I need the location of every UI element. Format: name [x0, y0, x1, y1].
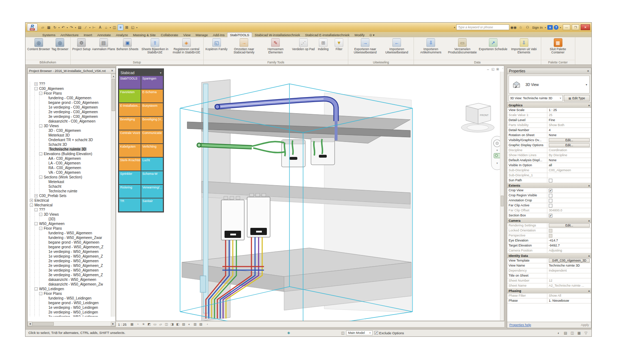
- visual-style-icon[interactable]: ◔: [135, 322, 140, 327]
- type-selector[interactable]: 3D View ▾: [509, 76, 590, 94]
- property-value[interactable]: None: [547, 133, 591, 138]
- tool-verzamelen-productdocumentatie[interactable]: ▭Verzamelen Productdocumentatie: [447, 38, 478, 55]
- property-value[interactable]: 12: [547, 278, 591, 283]
- property-value[interactable]: A2_Technische ruimte ...: [547, 283, 591, 288]
- exchange-apps-icon[interactable]: X: [547, 25, 553, 30]
- select-pinned-icon[interactable]: ◫: [570, 330, 575, 335]
- view-vscrollbar[interactable]: [500, 72, 504, 321]
- tree-item[interactable]: 3e verdieping - C00_Algemeen: [28, 114, 111, 119]
- palette-tile-kabelgoten[interactable]: Kabelgoten: [119, 144, 141, 157]
- collapse-icon[interactable]: -: [34, 208, 38, 211]
- tree-item[interactable]: begane grond - C00_Algemeen: [28, 100, 111, 105]
- property-value[interactable]: [547, 228, 591, 233]
- tree-item[interactable]: 2e verdieping - W50_Algemeen_Z: [28, 263, 111, 268]
- tree-item[interactable]: LA - C00_Algemeen: [28, 161, 111, 166]
- property-value[interactable]: Technische ruimte 3D: [547, 263, 591, 268]
- redo-icon[interactable]: ↷: [69, 24, 74, 30]
- tree-item[interactable]: 2e verdieping - W50_Algemeen: [28, 259, 111, 263]
- property-value[interactable]: Adjusting: [547, 248, 591, 253]
- show-constraints-icon[interactable]: ▥: [193, 322, 198, 327]
- palette-tile-lucht[interactable]: Lucht: [141, 158, 163, 171]
- property-value[interactable]: [547, 193, 591, 198]
- palette-tile-beveiliging[interactable]: Beveiliging: [119, 117, 141, 130]
- property-value[interactable]: 4: [547, 128, 591, 133]
- property-value[interactable]: 1 : 25: [547, 108, 591, 112]
- view-restore-icon[interactable]: ◱: [491, 67, 495, 71]
- tree-item[interactable]: 2e verdieping - W50_Leidingen: [28, 310, 111, 315]
- tree-item[interactable]: dakaanzicht - W50_Algemeen_Zw: [28, 282, 111, 287]
- navbar-more-icon[interactable]: ▾: [496, 162, 498, 165]
- tab-add-ins[interactable]: Add-Ins: [210, 33, 227, 37]
- palette-tile-verwarming[interactable]: Verwarming/...: [141, 185, 163, 198]
- collapse-icon[interactable]: -: [39, 292, 42, 295]
- palette-tile-favorieten[interactable]: Favorieten: [119, 90, 141, 102]
- design-options-icon[interactable]: ◫: [341, 331, 344, 335]
- tool-aanmaken-plans[interactable]: ▤Aanmaken Plans: [91, 38, 116, 51]
- property-value[interactable]: C00_Algemeen: [547, 168, 591, 173]
- checkbox-checked[interactable]: ✔: [549, 214, 552, 217]
- tool-verdelen-op-pad[interactable]: ⋰Verdelen op Pad: [291, 38, 315, 51]
- edit-type-button[interactable]: ▦ Edit Type: [564, 95, 590, 101]
- checkbox-unchecked[interactable]: [549, 199, 552, 202]
- tree-item[interactable]: 3e verdieping - W50_Algemeen: [28, 268, 111, 273]
- user-icon[interactable]: ⚇: [524, 24, 530, 30]
- checkbox-checked[interactable]: ✔: [374, 331, 378, 335]
- print-icon[interactable]: ▤: [77, 24, 82, 30]
- section-collapse-icon[interactable]: ▴: [588, 254, 590, 257]
- navbar-dropdown-icon[interactable]: ▾: [496, 149, 498, 152]
- property-value[interactable]: Show Both: [547, 123, 591, 128]
- exclude-options-checkbox[interactable]: ✔ Exclude Options: [374, 331, 404, 335]
- select-links-icon[interactable]: ◐: [556, 330, 561, 335]
- property-value[interactable]: all: [547, 163, 591, 168]
- scrollbar-thumb[interactable]: [32, 322, 54, 326]
- tab-modify[interactable]: Modify: [352, 33, 367, 37]
- collapse-icon[interactable]: -: [34, 287, 38, 291]
- restore-button[interactable]: ❒: [572, 24, 579, 30]
- property-value[interactable]: [547, 233, 591, 238]
- select-underlay-icon[interactable]: ▤: [563, 330, 568, 335]
- property-value[interactable]: -9492.7: [547, 243, 591, 248]
- scrollbar-thumb[interactable]: [501, 196, 504, 206]
- tree-item[interactable]: +???: [28, 82, 111, 86]
- section-collapse-icon[interactable]: ▴: [588, 104, 590, 107]
- measure-dropdown-icon[interactable]: ▾: [89, 26, 90, 29]
- tree-item[interactable]: -W50_Leidingen: [28, 287, 111, 291]
- tree-item[interactable]: -Floor Plans: [28, 291, 111, 296]
- view-restore-down-icon[interactable]: ↔: [486, 67, 490, 71]
- worksharing-display-icon[interactable]: ◐: [187, 322, 192, 327]
- save-icon[interactable]: ▦: [46, 24, 52, 30]
- property-value[interactable]: [547, 273, 591, 278]
- temporary-hide-isolate-icon[interactable]: ◨: [170, 322, 175, 327]
- palette-tile-beveiliging-v[interactable]: Beveiliging (V...: [141, 117, 163, 130]
- palette-tile-schema-w[interactable]: Schema-W: [141, 171, 163, 184]
- thin-lines-icon[interactable]: ≡: [118, 24, 123, 30]
- property-value[interactable]: Edit...: [547, 143, 591, 148]
- expand-icon[interactable]: +: [34, 194, 38, 197]
- undo-icon[interactable]: ↶: [60, 24, 66, 30]
- tree-item[interactable]: Schacht 3D: [28, 142, 111, 147]
- view-scroll-up-icon[interactable]: ˆ: [502, 67, 503, 71]
- tool-project-setup[interactable]: ⚙Project Setup: [72, 38, 91, 51]
- collapse-icon[interactable]: -: [34, 87, 38, 90]
- switch-windows-dropdown-icon[interactable]: ▾: [136, 26, 137, 29]
- tree-item[interactable]: RA - C00_Algemeen: [28, 166, 111, 170]
- expand-icon[interactable]: +: [30, 199, 33, 202]
- palette-tile-sparingen[interactable]: Sparingen: [141, 76, 163, 89]
- palette-tile-stabitools[interactable]: StabiTOOLS: [119, 76, 141, 89]
- palette-tile-verlichting[interactable]: Verlichting: [141, 144, 163, 157]
- measure-icon[interactable]: ∕: [83, 24, 89, 30]
- checkbox-unchecked[interactable]: [549, 179, 552, 182]
- tree-item[interactable]: VA - C00_Algemeen: [28, 170, 111, 175]
- view-scale-button[interactable]: 1 : 25: [118, 322, 127, 326]
- scroll-left-icon[interactable]: ◀: [28, 322, 32, 326]
- tab-analyze[interactable]: Analyze: [113, 33, 131, 37]
- property-value[interactable]: Show All: [547, 293, 591, 298]
- shadows-icon[interactable]: ◩: [147, 322, 152, 327]
- tab-stabitools[interactable]: StabiTOOLS: [227, 32, 252, 37]
- sun-path-icon[interactable]: ☀: [141, 322, 146, 327]
- palette-tile-e-installaties[interactable]: E-Installaties...: [119, 103, 141, 116]
- tab-stabicad-e-installatietechniek[interactable]: Stabicad E-installatietechniek: [302, 33, 352, 37]
- selection-box-icon[interactable]: ▧: [198, 322, 203, 327]
- tree-item[interactable]: -Floor Plans: [28, 91, 111, 96]
- project-browser-title[interactable]: Project Browser - 2016_W-installatie_Sch…: [28, 68, 115, 74]
